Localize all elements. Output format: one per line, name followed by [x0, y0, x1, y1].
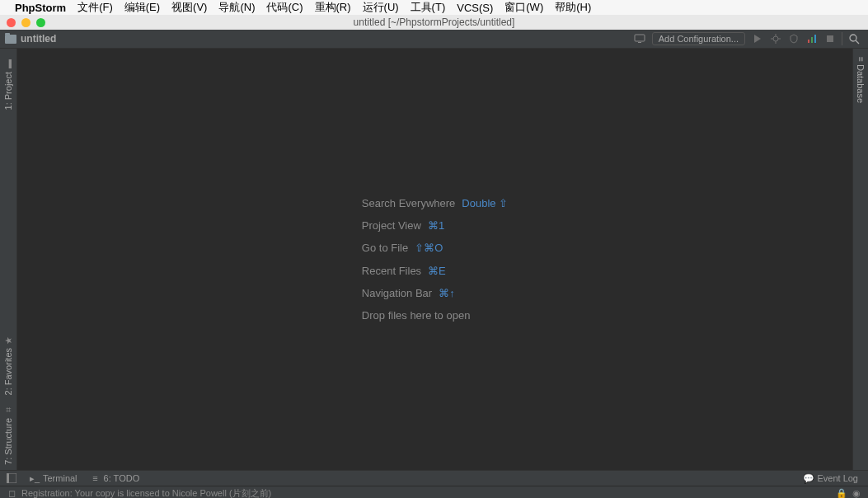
- debug-icon[interactable]: [769, 32, 782, 45]
- project-tab-label: 1: Project: [3, 72, 13, 110]
- star-icon: ★: [3, 335, 13, 345]
- menu-code[interactable]: 代码(C): [266, 0, 303, 15]
- todo-tab[interactable]: ≡6: TODO: [91, 473, 140, 483]
- menu-vcs[interactable]: VCS(S): [457, 2, 493, 14]
- right-gutter: ≡Database: [852, 49, 868, 470]
- svg-point-2: [773, 36, 778, 41]
- svg-rect-8: [811, 37, 813, 43]
- hint-shortcut: ⌘1: [428, 219, 444, 232]
- run-icon[interactable]: [751, 32, 764, 45]
- svg-line-12: [856, 40, 859, 44]
- zoom-window-button[interactable]: [36, 18, 45, 27]
- menu-run[interactable]: 运行(U): [363, 0, 399, 15]
- close-window-button[interactable]: [7, 18, 16, 27]
- event-log-tab[interactable]: 💬Event Log: [804, 473, 858, 483]
- svg-rect-7: [808, 40, 809, 43]
- shortcut-hints: Search EverywhereDouble ⇧ Project View⌘1…: [362, 192, 508, 327]
- terminal-tab[interactable]: ▸_Terminal: [30, 473, 77, 483]
- menu-help[interactable]: 帮助(H): [555, 0, 591, 15]
- left-gutter: 1: Project▬ 2: Favorites★ 7: Structure⌗: [0, 49, 17, 470]
- minimize-window-button[interactable]: [21, 18, 30, 27]
- menu-refactor[interactable]: 重构(R): [315, 0, 351, 15]
- hint-label: Recent Files: [362, 265, 421, 277]
- svg-rect-0: [635, 35, 645, 41]
- list-icon: ≡: [91, 473, 101, 483]
- app-name[interactable]: PhpStorm: [15, 2, 66, 14]
- folder-icon: ▬: [3, 59, 13, 68]
- inspection-icon[interactable]: ◉: [852, 489, 861, 499]
- hint-label: Drop files here to open: [362, 309, 471, 322]
- structure-tab-label: 7: Structure: [3, 418, 13, 465]
- run-coverage-icon[interactable]: [787, 32, 800, 45]
- menu-file[interactable]: 文件(F): [77, 0, 113, 15]
- terminal-icon: ▸_: [30, 473, 40, 483]
- search-icon[interactable]: [842, 32, 861, 45]
- svg-rect-9: [814, 35, 816, 43]
- database-tool-tab[interactable]: ≡Database: [856, 57, 866, 103]
- svg-rect-14: [7, 473, 9, 483]
- add-configuration-button[interactable]: Add Configuration...: [652, 32, 745, 45]
- toolwindow-toggle-icon[interactable]: ◻: [7, 489, 16, 499]
- hide-toolwindows-button[interactable]: [7, 473, 16, 483]
- hint-shortcut: Double ⇧: [462, 197, 508, 209]
- project-tool-tab[interactable]: 1: Project▬: [3, 59, 13, 110]
- terminal-label: Terminal: [43, 473, 77, 483]
- hint-label: Navigation Bar: [362, 287, 432, 299]
- status-bar: ◻ Registration: Your copy is licensed to…: [0, 486, 868, 498]
- status-message: Registration: Your copy is licensed to N…: [21, 487, 271, 498]
- favorites-tool-tab[interactable]: 2: Favorites★: [3, 335, 13, 395]
- breadcrumb-project[interactable]: untitled: [21, 33, 56, 45]
- hint-shortcut: ⌘E: [428, 265, 446, 277]
- menu-navigate[interactable]: 导航(N): [218, 0, 255, 15]
- menu-window[interactable]: 窗口(W): [504, 0, 543, 15]
- hint-label: Project View: [362, 219, 421, 232]
- todo-label: 6: TODO: [104, 473, 140, 483]
- favorites-tab-label: 2: Favorites: [3, 348, 13, 395]
- hint-label: Search Everywhere: [362, 197, 455, 209]
- svg-rect-10: [827, 35, 833, 42]
- device-icon[interactable]: [633, 32, 646, 45]
- stop-icon[interactable]: [823, 32, 837, 45]
- balloon-icon: 💬: [804, 473, 814, 483]
- editor-empty-state[interactable]: Search EverywhereDouble ⇧ Project View⌘1…: [17, 49, 852, 470]
- hint-shortcut: ⌘↑: [439, 287, 455, 299]
- structure-icon: ⌗: [3, 405, 13, 415]
- profiler-icon[interactable]: [805, 32, 819, 45]
- hint-shortcut: ⇧⌘O: [415, 242, 443, 254]
- bottom-toolbar: ▸_Terminal ≡6: TODO 💬Event Log: [0, 470, 868, 486]
- database-icon: ≡: [856, 57, 866, 62]
- window-titlebar: untitled [~/PhpstormProjects/untitled]: [0, 15, 868, 30]
- navigation-bar: untitled Add Configuration...: [0, 30, 868, 49]
- svg-point-11: [850, 35, 856, 41]
- macos-menubar: PhpStorm 文件(F) 编辑(E) 视图(V) 导航(N) 代码(C) 重…: [0, 0, 868, 15]
- menu-view[interactable]: 视图(V): [171, 0, 207, 15]
- window-title: untitled [~/PhpstormProjects/untitled]: [354, 16, 515, 28]
- menu-tools[interactable]: 工具(T): [411, 0, 446, 15]
- event-log-label: Event Log: [817, 473, 858, 483]
- structure-tool-tab[interactable]: 7: Structure⌗: [3, 405, 13, 465]
- menu-edit[interactable]: 编辑(E): [124, 0, 160, 15]
- svg-rect-1: [638, 42, 641, 43]
- hint-label: Go to File: [362, 242, 408, 254]
- folder-icon: [5, 35, 16, 44]
- database-tab-label: Database: [856, 64, 866, 103]
- lock-icon[interactable]: 🔒: [837, 489, 847, 499]
